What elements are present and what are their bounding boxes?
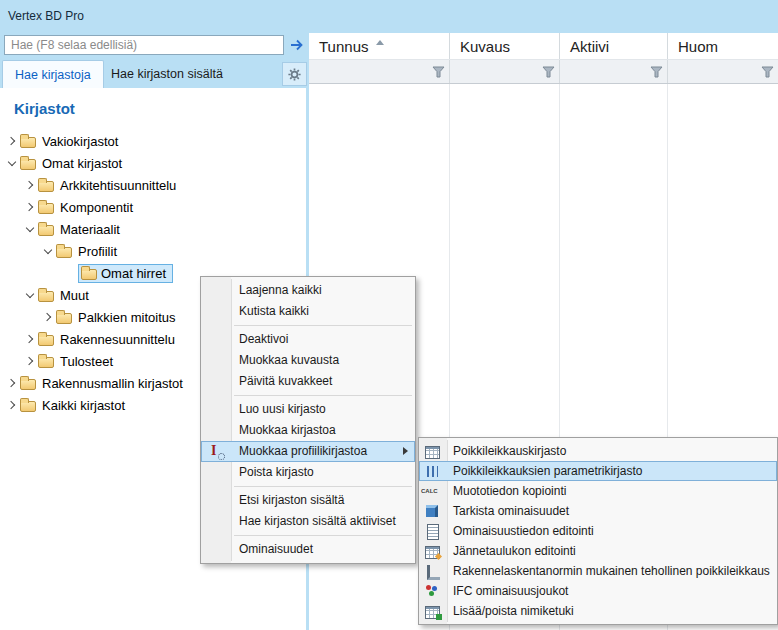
submenu-item-ominaisuustiedon-editointi[interactable]: Ominaisuustiedon editointi: [419, 521, 777, 541]
folder-icon: [20, 398, 42, 412]
parameter-table-icon: [424, 463, 440, 479]
menu-separator: [234, 535, 412, 536]
window-title: Vertex BD Pro: [8, 9, 84, 23]
tree-item-profiilit[interactable]: Profiilit: [0, 240, 306, 262]
profile-section-icon: [424, 563, 440, 579]
menu-item-paivita-kuvakkeet[interactable]: Päivitä kuvakkeet: [201, 371, 415, 392]
menu-item-kutista-kaikki[interactable]: Kutista kaikki: [201, 301, 415, 322]
tree-item-vakiokirjastot[interactable]: Vakiokirjastot: [0, 130, 306, 152]
folder-icon: [38, 288, 60, 302]
collapse-icon[interactable]: [22, 284, 38, 306]
submenu-item-ifc-ominaisuusjoukot[interactable]: IFC ominaisuusjoukot: [419, 581, 777, 601]
tree-item-materiaalit[interactable]: Materiaalit: [0, 218, 306, 240]
menu-item-poista-kirjasto[interactable]: Poista kirjasto: [201, 462, 415, 483]
menu-item-laajenna-kaikki[interactable]: Laajenna kaikki: [201, 280, 415, 301]
collapse-icon[interactable]: [40, 240, 56, 262]
collapse-icon[interactable]: [4, 152, 20, 174]
expand-icon[interactable]: [22, 328, 38, 350]
filter-button-kuvaus[interactable]: [539, 63, 557, 81]
filter-cell-aktiivi[interactable]: [560, 60, 668, 83]
menu-separator: [234, 325, 412, 326]
tab-strip: Hae kirjastoja Hae kirjaston sisältä: [0, 60, 308, 88]
context-menu: Laajenna kaikki Kutista kaikki Deaktivoi…: [200, 276, 416, 564]
folder-icon: [56, 310, 78, 324]
settings-button[interactable]: [282, 62, 307, 86]
tab-hae-kirjaston-sisalta[interactable]: Hae kirjaston sisältä: [99, 60, 235, 88]
collapse-icon[interactable]: [22, 218, 38, 240]
table-icon: [424, 443, 440, 459]
menu-separator: [234, 486, 412, 487]
filter-button-aktiivi[interactable]: [647, 63, 665, 81]
menu-item-muokkaa-profiilikirjastoa[interactable]: I Muokkaa profiilikirjastoa: [201, 441, 415, 462]
folder-icon: [38, 222, 60, 236]
column-header-aktiivi[interactable]: Aktiivi: [560, 33, 668, 59]
submenu-item-rakennelaskentanormin-poikkileikkaus[interactable]: Rakennelaskentanormin mukainen teholline…: [419, 561, 777, 581]
submenu-item-poikkileikkauskirjasto[interactable]: Poikkileikkauskirjasto: [419, 441, 777, 461]
tab-hae-kirjastoja[interactable]: Hae kirjastoja: [2, 60, 104, 88]
folder-icon: [20, 134, 42, 148]
tree-selection: Omat hirret: [78, 264, 173, 283]
column-header-kuvaus[interactable]: Kuvaus: [450, 33, 560, 59]
column-header-tunnus[interactable]: Tunnus: [309, 33, 450, 59]
folder-icon: [56, 244, 78, 258]
folder-icon: [38, 200, 60, 214]
tree-item-komponentit[interactable]: Komponentit: [0, 196, 306, 218]
filter-button-huom[interactable]: [758, 63, 776, 81]
filter-cell-huom[interactable]: [668, 60, 778, 83]
folder-icon: [38, 354, 60, 368]
gear-icon: [287, 67, 302, 82]
title-bar: Vertex BD Pro: [0, 0, 778, 32]
filter-row: [309, 60, 778, 84]
funnel-icon: [761, 66, 774, 78]
tree-heading: Kirjastot: [14, 100, 75, 117]
folder-icon: [20, 156, 42, 170]
table-header-row: Tunnus Kuvaus Aktiivi Huom: [309, 33, 778, 60]
folder-icon: [20, 376, 42, 390]
table-edit-icon: [424, 543, 440, 559]
ifc-icon: [424, 583, 440, 599]
menu-item-muokkaa-kuvausta[interactable]: Muokkaa kuvausta: [201, 350, 415, 371]
expand-icon[interactable]: [22, 350, 38, 372]
profile-library-submenu: Poikkileikkauskirjasto Poikkileikkauksie…: [418, 437, 778, 625]
tree-item-omat-kirjastot[interactable]: Omat kirjastot: [0, 152, 306, 174]
menu-item-ominaisuudet[interactable]: Ominaisuudet: [201, 539, 415, 560]
go-arrow-icon: [289, 37, 305, 53]
filter-cell-kuvaus[interactable]: [450, 60, 560, 83]
sort-asc-icon: [376, 40, 384, 45]
menu-item-etsi-kirjaston-sisalta[interactable]: Etsi kirjaston sisältä: [201, 490, 415, 511]
folder-icon: [81, 266, 101, 280]
funnel-icon: [542, 66, 555, 78]
menu-item-muokkaa-kirjastoa[interactable]: Muokkaa kirjastoa: [201, 420, 415, 441]
submenu-item-poikkileikkauksien-parametrikirjasto[interactable]: Poikkileikkauksien parametrikirjasto: [419, 461, 777, 481]
filter-button-tunnus[interactable]: [429, 63, 447, 81]
column-header-huom[interactable]: Huom: [668, 33, 778, 59]
funnel-icon: [650, 66, 663, 78]
menu-item-luo-uusi-kirjasto[interactable]: Luo uusi kirjasto: [201, 399, 415, 420]
folder-icon: [38, 178, 60, 192]
submenu-item-jannetaulukon-editointi[interactable]: Jännetaulukon editointi: [419, 541, 777, 561]
menu-separator: [234, 395, 412, 396]
profile-library-icon: I: [208, 443, 226, 460]
submenu-item-tarkista-ominaisuudet[interactable]: Tarkista ominaisuudet: [419, 501, 777, 521]
expand-icon[interactable]: [22, 196, 38, 218]
expand-icon[interactable]: [4, 130, 20, 152]
tree-item-arkkitehtisuunnittelu[interactable]: Arkkitehtisuunnittelu: [0, 174, 306, 196]
expand-icon[interactable]: [4, 394, 20, 416]
menu-item-deaktivoi[interactable]: Deaktivoi: [201, 329, 415, 350]
document-icon: [424, 523, 440, 539]
submenu-arrow-icon: [403, 447, 408, 455]
expand-icon[interactable]: [4, 372, 20, 394]
submenu-item-lisaa-poista-nimiketuki[interactable]: Lisää/poista nimiketuki: [419, 601, 777, 621]
cube-icon: [424, 503, 440, 519]
table-add-icon: [424, 603, 440, 619]
funnel-icon: [432, 66, 445, 78]
search-input[interactable]: [4, 35, 284, 55]
calc-icon: CALC: [421, 486, 438, 496]
expand-icon[interactable]: [40, 306, 56, 328]
expand-icon[interactable]: [22, 174, 38, 196]
filter-cell-tunnus[interactable]: [309, 60, 450, 83]
search-go-button[interactable]: [286, 34, 308, 56]
folder-icon: [38, 332, 60, 346]
submenu-item-muototiedon-kopiointi[interactable]: CALC Muototiedon kopiointi: [419, 481, 777, 501]
menu-item-hae-kirjaston-sisalta-aktiiviset[interactable]: Hae kirjaston sisältä aktiiviset: [201, 511, 415, 532]
